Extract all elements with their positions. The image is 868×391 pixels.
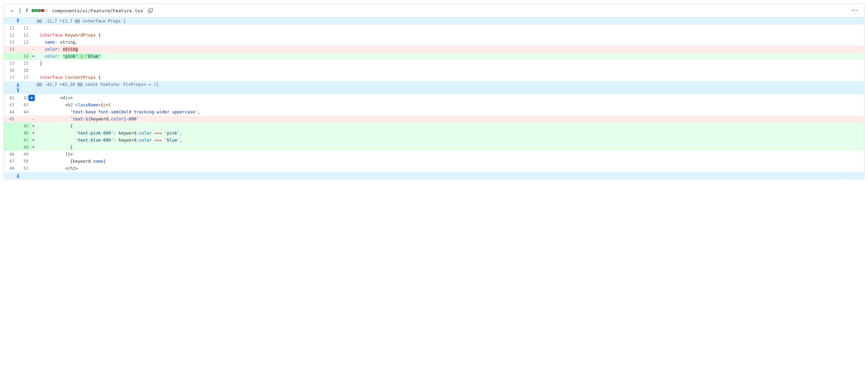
code-cell[interactable] xyxy=(35,25,864,32)
diff-marker xyxy=(32,39,35,46)
diff-line: 1212 interface KeywordProps { xyxy=(4,32,864,39)
new-line-number[interactable]: 48 xyxy=(18,144,32,151)
code-cell[interactable]: `text-${keyword.color}-600` xyxy=(35,116,864,123)
diff-line: 4750 {keyword.name} xyxy=(4,158,864,165)
diff-line: 4649 )}> xyxy=(4,151,864,158)
old-line-number[interactable] xyxy=(4,137,18,144)
new-line-number[interactable]: 13 xyxy=(18,39,32,46)
kebab-menu-icon[interactable] xyxy=(851,7,858,14)
code-cell[interactable]: 'text-blue-600': keyword.color === 'blue… xyxy=(35,137,864,144)
expand-hunk-button[interactable] xyxy=(4,18,32,25)
new-line-number[interactable]: 14 xyxy=(18,53,32,60)
code-cell[interactable]: color: 'pink' | 'blue' xyxy=(35,53,864,60)
new-line-number[interactable]: 49 xyxy=(18,151,32,158)
diff-file: 7 components/ui/Feature/Feature.tsx @@ -… xyxy=(4,4,864,179)
code-cell[interactable]: interface ContentProps { xyxy=(35,74,864,81)
stat-block xyxy=(44,9,47,12)
new-line-number[interactable]: 16 xyxy=(18,67,32,74)
new-line-number[interactable]: 11 xyxy=(18,25,32,32)
old-line-number[interactable]: 42 xyxy=(4,94,18,101)
diff-line: 1616 xyxy=(4,67,864,74)
new-line-number[interactable]: 12 xyxy=(18,32,32,39)
diff-stat-blocks xyxy=(32,9,47,12)
old-line-number[interactable] xyxy=(4,144,18,151)
diff-marker: - xyxy=(32,116,35,123)
code-cell[interactable]: color: string xyxy=(35,46,864,53)
old-line-number[interactable]: 15 xyxy=(4,60,18,67)
code-cell[interactable]: <div> xyxy=(35,94,864,101)
diff-marker: + xyxy=(32,137,35,144)
old-line-number[interactable]: 12 xyxy=(4,32,18,39)
new-line-number[interactable]: 50 xyxy=(18,158,32,165)
hunk-header: @@ -42,7 +42,10 @@ const Feature: FC<Pro… xyxy=(35,81,864,94)
chevron-down-icon[interactable] xyxy=(10,8,15,13)
old-line-number[interactable]: 16 xyxy=(4,67,18,74)
svg-rect-2 xyxy=(16,88,20,89)
old-line-number[interactable] xyxy=(4,123,18,130)
code-cell[interactable]: { xyxy=(35,123,864,130)
code-cell[interactable]: {keyword.name} xyxy=(35,158,864,165)
diff-line: 4851 </h2> xyxy=(4,165,864,172)
diff-line: 45+ { xyxy=(4,123,864,130)
old-line-number[interactable]: 44 xyxy=(4,108,18,116)
new-line-number[interactable] xyxy=(18,116,32,123)
hunk-header: @@ -11,7 +11,7 @@ interface Props { xyxy=(35,18,864,25)
expand-hunk-button[interactable] xyxy=(4,81,32,94)
diff-marker xyxy=(32,158,35,165)
old-line-number[interactable]: 13 xyxy=(4,39,18,46)
new-line-number[interactable]: 51 xyxy=(18,165,32,172)
diff-line: 45- `text-${keyword.color}-600` xyxy=(4,116,864,123)
diff-marker xyxy=(32,165,35,172)
code-cell[interactable] xyxy=(35,67,864,74)
old-line-number[interactable]: 17 xyxy=(4,74,18,81)
code-cell[interactable]: } xyxy=(35,60,864,67)
file-path[interactable]: components/ui/Feature/Feature.tsx xyxy=(52,8,143,13)
new-line-number[interactable]: 15 xyxy=(18,60,32,67)
code-cell[interactable]: interface KeywordProps { xyxy=(35,32,864,39)
new-line-number[interactable]: 47 xyxy=(18,137,32,144)
diff-marker xyxy=(32,101,35,108)
change-count: 7 xyxy=(26,8,28,13)
code-cell[interactable]: <h2 className={cn( xyxy=(35,101,864,108)
old-line-number[interactable] xyxy=(4,53,18,60)
hunk-tail xyxy=(35,172,864,179)
diff-line: 1717 interface ContentProps { xyxy=(4,74,864,81)
new-line-number[interactable]: 44 xyxy=(18,108,32,116)
old-line-number[interactable]: 14 xyxy=(4,46,18,53)
diff-line: 4343 <h2 className={cn( xyxy=(4,101,864,108)
code-cell[interactable]: } xyxy=(35,144,864,151)
diff-line: 47+ 'text-blue-600': keyword.color === '… xyxy=(4,137,864,144)
add-comment-button[interactable]: + xyxy=(29,95,35,101)
code-cell[interactable]: </h2> xyxy=(35,165,864,172)
new-line-number[interactable]: 46 xyxy=(18,130,32,137)
old-line-number[interactable]: 46 xyxy=(4,151,18,158)
stat-block xyxy=(41,9,44,12)
svg-rect-1 xyxy=(16,87,20,87)
diff-line: 4444 'text-base font-semibold tracking-w… xyxy=(4,108,864,116)
old-line-number[interactable]: 11 xyxy=(4,25,18,32)
new-line-number[interactable]: 17 xyxy=(18,74,32,81)
diff-line: 48+ } xyxy=(4,144,864,151)
copy-path-button[interactable] xyxy=(147,7,154,14)
diff-marker xyxy=(32,25,35,32)
diff-marker: + xyxy=(32,144,35,151)
code-cell[interactable]: 'text-base font-semibold tracking-wider … xyxy=(35,108,864,116)
new-line-number[interactable]: 45 xyxy=(18,123,32,130)
diff-marker: + xyxy=(32,130,35,137)
diff-marker: + xyxy=(32,53,35,60)
new-line-number[interactable]: 43 xyxy=(18,101,32,108)
old-line-number[interactable]: 43 xyxy=(4,101,18,108)
code-cell[interactable]: name: string, xyxy=(35,39,864,46)
old-line-number[interactable]: 48 xyxy=(4,165,18,172)
code-cell[interactable]: 'text-pink-600': keyword.color === 'pink… xyxy=(35,130,864,137)
svg-rect-0 xyxy=(16,19,20,19)
expand-down-button[interactable] xyxy=(4,172,32,179)
old-line-number[interactable] xyxy=(4,130,18,137)
diff-line: 4242+ <div> xyxy=(4,94,864,101)
diff-table: @@ -11,7 +11,7 @@ interface Props {1111 … xyxy=(4,18,864,179)
old-line-number[interactable]: 47 xyxy=(4,158,18,165)
code-cell[interactable]: )}> xyxy=(35,151,864,158)
old-line-number[interactable]: 45 xyxy=(4,116,18,123)
new-line-number[interactable] xyxy=(18,46,32,53)
expand-all-icon[interactable] xyxy=(17,8,23,13)
